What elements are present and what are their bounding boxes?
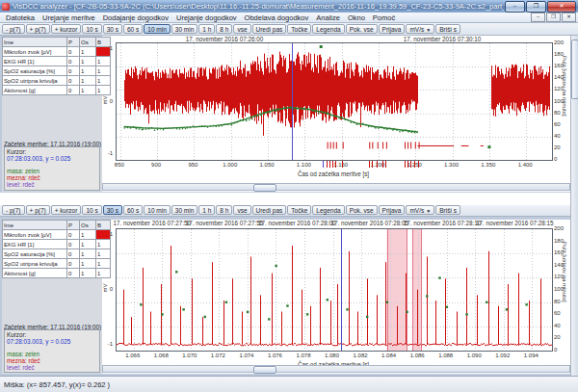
panel-splitter[interactable]: [0, 192, 578, 205]
y-tick-label-right: 60: [554, 121, 561, 127]
toolbar-button-prijava[interactable]: Prijava: [379, 205, 406, 215]
y-tick-label-right: 0: [554, 347, 557, 353]
chart-title: 17. november 2016 07:26:00: [186, 36, 264, 42]
close-button[interactable]: ✕: [547, 1, 576, 13]
table-row[interactable]: Aktivnost [g]011: [3, 86, 111, 95]
toolbar-button-60-s[interactable]: 60 s: [123, 205, 143, 215]
toolbar-button--kurzor[interactable]: + kurzor: [51, 205, 82, 215]
menu-item-analize[interactable]: Analize: [312, 13, 344, 22]
signal-name: SpO2 saturacija [%]: [3, 249, 67, 259]
table-row[interactable]: EKG HR [1]011: [3, 57, 111, 66]
x-tick-label: 1.080: [325, 353, 339, 358]
mdi-window-controls: –❐✕: [530, 13, 578, 22]
menu-item-obdelava-dogodkov[interactable]: Obdelava dogodkov: [241, 13, 313, 22]
chevron-down-icon: ▼: [426, 27, 431, 33]
toolbar-button-10-min[interactable]: 10 min: [144, 24, 171, 34]
toolbar-button-to-ke[interactable]: Točke: [287, 24, 311, 34]
toolbar-button--p-7-[interactable]: + p(7): [26, 205, 50, 215]
toolbar-button-60-s[interactable]: 60 s: [123, 24, 143, 34]
panel2-hscrollbar[interactable]: [102, 365, 570, 373]
x-tick-label: 1.090: [467, 353, 482, 358]
toolbar-button-to-ke[interactable]: Točke: [287, 205, 311, 215]
toolbar-button-10-min[interactable]: 10 min: [144, 205, 171, 215]
toolbar-button-10-s[interactable]: 10 s: [82, 24, 101, 34]
cursor-label: Kurzor:: [7, 148, 97, 155]
toolbar-button-8-h[interactable]: 8 h: [216, 205, 232, 215]
event-mark: [414, 161, 415, 168]
panel1-hscrollbar[interactable]: [102, 183, 570, 191]
plot-canvas[interactable]: [117, 229, 552, 351]
menu-item-okno[interactable]: Okno: [344, 13, 369, 22]
event-mark: [377, 161, 378, 168]
event-mark: [405, 161, 406, 168]
menu-item-urejanje-meritve[interactable]: Urejanje meritve: [39, 13, 99, 22]
toolbar-button-legenda[interactable]: Legenda: [312, 205, 344, 215]
toolbar-button--p-7-[interactable]: - p(7): [2, 24, 25, 34]
signal-os-value: 1: [80, 57, 96, 66]
toolbar-button-30-s[interactable]: 30 s: [103, 205, 122, 215]
toolbar-button-bri-i-s[interactable]: Briši s: [435, 24, 460, 34]
panel1-hscroll-thumb[interactable]: [253, 184, 276, 192]
plot-area[interactable]: [116, 42, 553, 161]
toolbar-button-legenda[interactable]: Legenda: [312, 24, 344, 34]
toolbar-button-uredi-pas[interactable]: Uredi pas: [252, 205, 287, 215]
signal-table-header-row: ImePOsB: [3, 221, 111, 230]
toolbar-button-30-min[interactable]: 30 min: [171, 205, 198, 215]
status-bar: Miška: (x= 857.457, y(x)= 0.262 ): [0, 376, 578, 392]
main-vscroll-thumb[interactable]: [571, 39, 578, 99]
table-row[interactable]: SpO2 utripna krivulja011: [3, 76, 111, 86]
window-title: VisDCC analyzer - [CF-2B-05-33-9A-2C (C:…: [13, 2, 504, 11]
toolbar-button-mv-s[interactable]: mV/s▼: [406, 24, 434, 34]
signal-p-value: 0: [67, 66, 80, 76]
maximize-button[interactable]: ❐: [526, 1, 546, 13]
mdi-restore-button[interactable]: ❐: [546, 13, 561, 22]
toolbar-button-30-s[interactable]: 30 s: [103, 24, 122, 34]
table-row[interactable]: Mikrofon zvok [µV]01: [3, 47, 111, 57]
mouse-coordinates: Miška: (x= 857.457, y(x)= 0.262 ): [4, 380, 110, 389]
menu-item-datoteka[interactable]: Datoteka: [2, 13, 39, 22]
panel2-hscroll-thumb[interactable]: [253, 366, 276, 374]
toolbar-button-pok-vse[interactable]: Pok. vse: [346, 205, 378, 215]
menu-item-pomo-[interactable]: Pomoč: [369, 13, 399, 22]
toolbar-button-vse[interactable]: vse: [233, 24, 250, 34]
toolbar-button-mv-s[interactable]: mV/s▼: [406, 205, 434, 215]
event-mark: [382, 161, 383, 168]
minimize-button[interactable]: –: [505, 1, 525, 13]
legend-line-0: masa: zelen: [7, 351, 97, 357]
toolbar-button-bri-i-s[interactable]: Briši s: [435, 205, 460, 215]
x-tick-label: 1.076: [268, 353, 282, 358]
toolbar-button--p-7-[interactable]: + p(7): [26, 24, 50, 34]
table-row[interactable]: Aktivnost [g]011: [3, 269, 111, 278]
menu-bar: DatotekaUrejanje meritveDodajanje dogodk…: [0, 13, 578, 23]
signal-os-value: 1: [80, 66, 96, 76]
toolbar-button-vse[interactable]: vse: [233, 205, 250, 215]
cursor-info-box: Kurzor:07:28:03.003, y = 0.025masa: zele…: [4, 146, 100, 191]
toolbar-button-30-min[interactable]: 30 min: [171, 24, 198, 34]
plot-area[interactable]: [116, 228, 553, 352]
table-row[interactable]: SpO2 utripna krivulja011: [3, 259, 111, 269]
table-row[interactable]: EKG HR [1]011: [3, 240, 111, 249]
toolbar-button-1-h[interactable]: 1 h: [198, 24, 215, 34]
mdi-close-button[interactable]: ✕: [562, 13, 576, 22]
toolbar-button-10-s[interactable]: 10 s: [82, 205, 101, 215]
table-row[interactable]: SpO2 saturacija [%]011: [3, 66, 111, 76]
toolbar-button-uredi-pas[interactable]: Uredi pas: [252, 24, 287, 34]
toolbar-button-pok-vse[interactable]: Pok. vse: [346, 24, 378, 34]
x-tick-label: 1.084: [381, 353, 396, 358]
toolbar-button-8-h[interactable]: 8 h: [216, 24, 232, 34]
cursor-value: 07:28:03.003, y = 0.025: [7, 338, 97, 345]
toolbar-button-prijava[interactable]: Prijava: [379, 24, 406, 34]
main-vscrollbar[interactable]: [570, 36, 578, 376]
plot-canvas[interactable]: [117, 43, 552, 160]
table-row[interactable]: SpO2 saturacija [%]011: [3, 249, 111, 259]
menu-item-urejanje-dogodkov[interactable]: Urejanje dogodkov: [172, 13, 241, 22]
x-tick-label: 1.100: [297, 162, 311, 168]
toolbar-button--p-7-[interactable]: - p(7): [2, 205, 25, 215]
mdi-minimize-button[interactable]: –: [531, 13, 545, 22]
toolbar-button-1-h[interactable]: 1 h: [198, 205, 215, 215]
table-row[interactable]: Mikrofon zvok [µV]01: [3, 230, 111, 240]
y-tick-label-right: 20: [554, 144, 561, 150]
menu-item-dodajanje-dogodkov[interactable]: Dodajanje dogodkov: [99, 13, 172, 22]
signal-p-value: 0: [67, 269, 80, 278]
toolbar-button--kurzor[interactable]: + kurzor: [51, 24, 82, 34]
